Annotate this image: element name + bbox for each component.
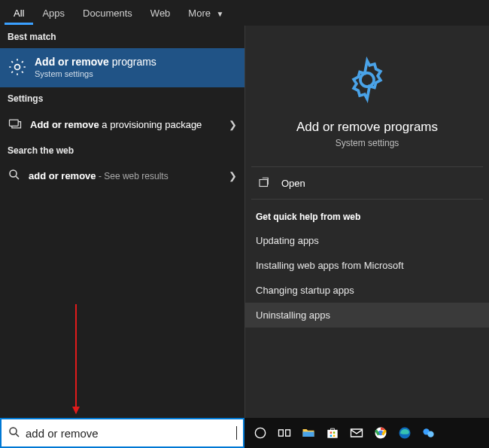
taskbar	[244, 418, 489, 448]
chrome-icon[interactable]	[372, 425, 389, 441]
open-icon	[257, 176, 271, 190]
settings-result-provisioning[interactable]: Add or remove a provisioning package ❯	[0, 110, 244, 139]
edge-icon[interactable]	[396, 425, 413, 441]
open-label: Open	[281, 178, 305, 189]
svg-point-3	[360, 73, 374, 87]
svg-rect-1	[10, 120, 19, 126]
search-icon	[8, 425, 21, 441]
annotation-arrow	[75, 304, 77, 413]
tab-all[interactable]: All	[5, 2, 33, 25]
help-uninstalling-apps[interactable]: Uninstalling apps	[245, 303, 489, 328]
preview-subtitle: System settings	[336, 138, 399, 148]
gear-icon	[343, 56, 391, 106]
microsoft-store-icon[interactable]	[324, 425, 341, 441]
taskbar-area	[0, 418, 489, 448]
results-panel: Best match Add or remove programs System…	[0, 26, 244, 418]
best-match-result[interactable]: Add or remove programs System settings	[0, 48, 244, 87]
file-explorer-icon[interactable]	[300, 425, 317, 441]
search-box[interactable]	[0, 418, 244, 448]
svg-rect-9	[327, 430, 337, 438]
provisioning-icon	[8, 116, 23, 133]
search-web-label: Search the web	[0, 139, 244, 162]
chevron-right-icon: ❯	[229, 170, 237, 181]
preview-panel: Add or remove programs System settings O…	[244, 26, 489, 418]
best-match-subtitle: System settings	[35, 69, 156, 78]
search-icon	[8, 168, 21, 184]
help-updating-apps[interactable]: Updating apps	[245, 228, 489, 253]
mail-icon[interactable]	[348, 425, 365, 441]
task-view-icon[interactable]	[276, 425, 293, 441]
chevron-right-icon: ❯	[229, 119, 237, 130]
svg-point-2	[10, 170, 17, 177]
settings-label: Settings	[0, 87, 244, 110]
svg-rect-8	[286, 430, 290, 436]
preview-title: Add or remove programs	[296, 120, 438, 135]
text-caret	[236, 426, 237, 440]
svg-point-18	[427, 431, 433, 437]
svg-rect-7	[279, 430, 284, 436]
tab-apps[interactable]: Apps	[33, 2, 74, 25]
quick-help-label: Get quick help from web	[245, 200, 489, 228]
cortana-icon[interactable]	[252, 425, 269, 441]
filter-tabs: All Apps Documents Web More ▼	[0, 0, 489, 26]
web-result-text: add or remove - See web results	[29, 170, 169, 181]
best-match-title: Add or remove programs	[35, 56, 156, 68]
svg-rect-10	[330, 431, 333, 434]
help-changing-startup-apps[interactable]: Changing startup apps	[245, 278, 489, 303]
best-match-label: Best match	[0, 26, 244, 48]
search-input[interactable]	[26, 427, 232, 440]
chevron-down-icon: ▼	[217, 10, 224, 18]
web-result[interactable]: add or remove - See web results ❯	[0, 162, 244, 190]
tab-web[interactable]: Web	[141, 2, 180, 25]
svg-rect-4	[260, 180, 268, 187]
svg-point-0	[15, 65, 20, 70]
gear-icon	[8, 57, 27, 77]
svg-point-6	[255, 428, 265, 437]
svg-point-5	[10, 428, 17, 434]
svg-rect-13	[333, 435, 336, 437]
svg-rect-12	[330, 435, 333, 437]
app-icon[interactable]	[421, 425, 437, 441]
help-installing-web-apps[interactable]: Installing web apps from Microsoft	[245, 253, 489, 278]
tab-more-label: More	[188, 8, 211, 19]
tab-documents[interactable]: Documents	[74, 2, 141, 25]
tab-more[interactable]: More ▼	[179, 2, 232, 25]
svg-rect-11	[333, 431, 336, 434]
settings-result-text: Add or remove a provisioning package	[30, 119, 202, 130]
open-action[interactable]: Open	[245, 167, 489, 199]
